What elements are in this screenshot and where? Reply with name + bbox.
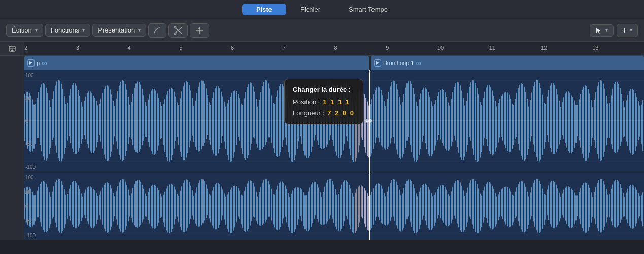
region1-name: p — [37, 60, 40, 66]
ruler-mark-11: 11 — [489, 45, 495, 51]
edition-label: Édition — [12, 26, 32, 34]
ruler-mark-5: 5 — [179, 45, 182, 51]
timeline-ruler: 234567891011121314 — [0, 42, 644, 56]
ruler-mark-12: 12 — [541, 45, 547, 51]
edition-chevron: ▾ — [35, 27, 38, 33]
ruler-marks-area: 234567891011121314 — [24, 42, 644, 55]
collapse-icon — [8, 45, 16, 52]
toolbar: Édition ▾ Fonctions ▾ Présentation ▾ — [0, 19, 644, 42]
add-icon: + — [622, 26, 627, 35]
snap-icon — [195, 26, 204, 35]
tab-piste[interactable]: Piste — [242, 4, 286, 15]
region-clip-1[interactable]: ▶ p ∞ — [24, 56, 369, 70]
tracks-content: ▶ p ∞ ▶ DrumLoop.1 ∞ ⇔100500-50-100 1005… — [24, 56, 644, 240]
ruler-mark-10: 10 — [437, 45, 444, 51]
region2-loop-icon: ∞ — [416, 59, 421, 67]
ruler-mark-6: 6 — [231, 45, 234, 51]
waveform-track-1: ⇔100500-50-100 — [24, 70, 644, 172]
waveform-track-2: 100500-50-100 — [24, 172, 644, 240]
pointer-icon — [595, 27, 602, 34]
resize-handle[interactable]: ⇔ — [365, 115, 372, 126]
region-clip-2[interactable]: ▶ DrumLoop.1 ∞ — [371, 56, 644, 70]
fonctions-menu[interactable]: Fonctions ▾ — [45, 24, 90, 37]
scissors-btn[interactable] — [168, 23, 188, 38]
presentation-menu[interactable]: Présentation ▾ — [92, 24, 146, 37]
tab-smart-tempo[interactable]: Smart Tempo — [334, 4, 402, 15]
edition-menu[interactable]: Édition ▾ — [6, 24, 43, 37]
pointer-chevron: ▾ — [605, 27, 608, 33]
add-chevron: ▾ — [630, 27, 632, 33]
ruler-collapse-btn[interactable] — [0, 42, 24, 56]
presentation-chevron: ▾ — [138, 27, 141, 33]
region-bar: ▶ p ∞ ▶ DrumLoop.1 ∞ — [24, 56, 644, 70]
curve-icon — [153, 26, 161, 35]
fonctions-chevron: ▾ — [82, 27, 85, 33]
add-btn[interactable]: + ▾ — [617, 24, 638, 37]
scissors-icon — [174, 26, 183, 35]
waveform-canvas-2 — [24, 172, 644, 240]
track-header-col — [0, 56, 24, 240]
svg-marker-9 — [11, 49, 14, 51]
tab-fichier[interactable]: Fichier — [286, 4, 334, 15]
tracks-area: ▶ p ∞ ▶ DrumLoop.1 ∞ ⇔100500-50-100 1005… — [0, 56, 644, 240]
ruler-mark-2: 2 — [24, 45, 27, 51]
ruler-mark-8: 8 — [334, 45, 337, 51]
ruler-mark-9: 9 — [386, 45, 389, 51]
ruler-mark-3: 3 — [76, 45, 79, 51]
region1-loop-icon: ∞ — [42, 59, 47, 67]
presentation-label: Présentation — [98, 26, 135, 34]
svg-marker-6 — [198, 27, 200, 29]
top-tab-bar: Piste Fichier Smart Tempo — [0, 0, 644, 19]
snap-btn[interactable] — [190, 23, 209, 38]
toolbar-right: ▾ + ▾ — [590, 24, 638, 37]
waveform-canvas-1 — [24, 70, 644, 172]
ruler-mark-7: 7 — [283, 45, 286, 51]
region2-name: DrumLoop.1 — [383, 60, 414, 66]
curve-tool-btn[interactable] — [148, 23, 166, 38]
fonctions-label: Fonctions — [51, 26, 79, 34]
region2-icon: ▶ — [374, 59, 381, 67]
ruler-mark-13: 13 — [592, 45, 598, 51]
pointer-tool-btn[interactable]: ▾ — [590, 24, 614, 37]
ruler-mark-4: 4 — [128, 45, 131, 51]
region1-icon: ▶ — [27, 59, 35, 67]
